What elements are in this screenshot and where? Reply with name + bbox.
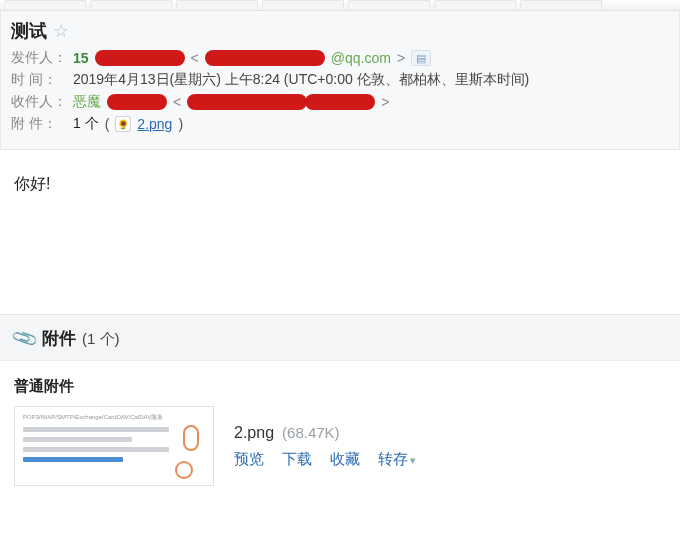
attachments-panel: 📎 附件 (1 个) 普通附件 POP3/IMAP/SMTP/Exchange/… — [0, 314, 680, 502]
sender-address-suffix[interactable]: @qq.com — [331, 50, 391, 66]
tab[interactable] — [348, 0, 430, 9]
angle-close: > — [381, 94, 389, 110]
attachment-inline-row: 附 件： 1 个 ( 🌻 2.png ) — [11, 115, 669, 133]
tab[interactable] — [434, 0, 516, 9]
tab[interactable] — [176, 0, 258, 9]
sender-label: 发件人： — [11, 49, 67, 67]
attachment-actions: 预览 下载 收藏 转存▾ — [234, 450, 416, 469]
email-header-panel: 测试 ☆ 发件人： 15 < @qq.com > ▤ 时 间： 2019年4月1… — [0, 11, 680, 150]
sender-name[interactable]: 15 — [73, 50, 89, 66]
attachment-item: POP3/IMAP/SMTP/Exchange/CardDAV/CalDAV服务… — [14, 406, 666, 486]
angle-close: > — [397, 50, 405, 66]
attachments-body: 普通附件 POP3/IMAP/SMTP/Exchange/CardDAV/Cal… — [0, 361, 680, 502]
thumb-header-text: POP3/IMAP/SMTP/Exchange/CardDAV/CalDAV服务 — [23, 413, 205, 422]
tab[interactable] — [4, 0, 86, 9]
redaction — [305, 94, 375, 110]
forward-action-label: 转存 — [378, 450, 408, 467]
favorite-action[interactable]: 收藏 — [330, 450, 360, 469]
tab-strip — [0, 0, 680, 11]
angle-open: < — [191, 50, 199, 66]
paren-close: ) — [178, 116, 183, 132]
recipient-label: 收件人： — [11, 93, 67, 111]
image-file-icon: 🌻 — [115, 116, 131, 132]
attachment-meta: 2.png (68.47K) 预览 下载 收藏 转存▾ — [234, 424, 416, 469]
paren-open: ( — [105, 116, 110, 132]
attachments-section-title: 普通附件 — [14, 377, 666, 396]
time-value: 2019年4月13日(星期六) 上午8:24 (UTC+0:00 伦敦、都柏林、… — [73, 71, 529, 89]
tab[interactable] — [262, 0, 344, 9]
contact-card-icon[interactable]: ▤ — [411, 50, 431, 66]
recipient-name[interactable]: 恶魔 — [73, 93, 101, 111]
forward-action[interactable]: 转存▾ — [378, 450, 416, 469]
redaction — [187, 94, 307, 110]
attachment-thumbnail[interactable]: POP3/IMAP/SMTP/Exchange/CardDAV/CalDAV服务 — [14, 406, 214, 486]
attach-label: 附 件： — [11, 115, 67, 133]
attachment-size: (68.47K) — [282, 424, 340, 441]
preview-action[interactable]: 预览 — [234, 450, 264, 469]
paperclip-icon: 📎 — [10, 323, 40, 353]
attachments-count: (1 个) — [82, 330, 120, 349]
redaction — [95, 50, 185, 66]
subject-line: 测试 ☆ — [11, 19, 669, 43]
redaction — [107, 94, 167, 110]
email-view: 测试 ☆ 发件人： 15 < @qq.com > ▤ 时 间： 2019年4月1… — [0, 0, 680, 552]
attachments-title: 附件 — [42, 327, 76, 350]
email-subject: 测试 — [11, 19, 47, 43]
chevron-down-icon: ▾ — [410, 454, 416, 466]
download-action[interactable]: 下载 — [282, 450, 312, 469]
attachment-name[interactable]: 2.png — [234, 424, 274, 442]
email-body: 你好! — [0, 150, 680, 314]
star-icon[interactable]: ☆ — [53, 22, 69, 40]
redaction — [205, 50, 325, 66]
time-row: 时 间： 2019年4月13日(星期六) 上午8:24 (UTC+0:00 伦敦… — [11, 71, 669, 89]
tab[interactable] — [90, 0, 172, 9]
attachments-header: 📎 附件 (1 个) — [0, 315, 680, 361]
recipient-row: 收件人： 恶魔 < > — [11, 93, 669, 111]
time-label: 时 间： — [11, 71, 67, 89]
attach-count: 1 个 — [73, 115, 99, 133]
body-text: 你好! — [14, 175, 50, 192]
tab[interactable] — [520, 0, 602, 9]
angle-open: < — [173, 94, 181, 110]
sender-row: 发件人： 15 < @qq.com > ▤ — [11, 49, 669, 67]
inline-attachment-link[interactable]: 2.png — [137, 116, 172, 132]
